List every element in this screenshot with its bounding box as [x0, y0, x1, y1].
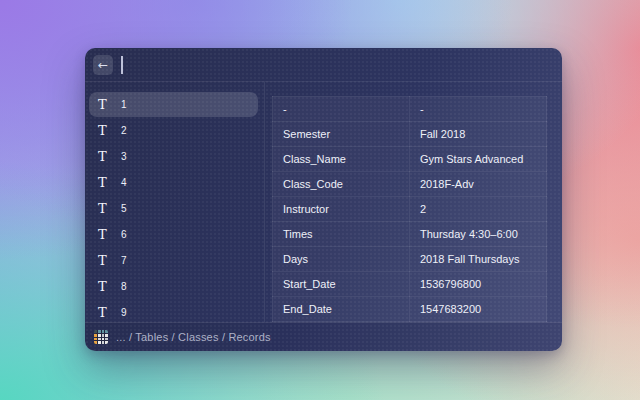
- table-row: Times Thursday 4:30–6:00: [273, 222, 547, 247]
- field-name-cell[interactable]: -: [273, 97, 410, 122]
- table-row: Days 2018 Fall Thursdays: [273, 247, 547, 272]
- record-table-body: - - Semester Fall 2018 Class_Name Gym St…: [273, 97, 547, 322]
- field-name-cell[interactable]: Instructor: [273, 197, 410, 222]
- field-name-cell[interactable]: Times: [273, 222, 410, 247]
- desktop-background: { "colors": { "window_bg_top": "#282d50"…: [0, 0, 640, 400]
- field-value-cell[interactable]: -: [410, 97, 547, 122]
- table-row: Start_Date 1536796800: [273, 272, 547, 297]
- field-value-cell[interactable]: Thursday 4:30–6:00: [410, 222, 547, 247]
- text-type-icon: T: [98, 306, 114, 319]
- app-grid-icon[interactable]: [94, 330, 108, 344]
- record-table: - - Semester Fall 2018 Class_Name Gym St…: [272, 96, 547, 322]
- window-topbar: ←: [85, 48, 562, 82]
- text-type-icon: T: [98, 254, 114, 267]
- sidebar-item-record[interactable]: T 4: [89, 170, 258, 195]
- field-value-cell[interactable]: 2018 Fall Thursdays: [410, 247, 547, 272]
- sidebar-item-label: 8: [121, 281, 127, 292]
- sidebar-item-record[interactable]: T 3: [89, 144, 258, 169]
- window-body: T 1 T 2 T 3 T 4 T 5 T 6 T 7 T 8 T 9 - - …: [85, 82, 562, 322]
- field-name-cell[interactable]: Days: [273, 247, 410, 272]
- field-name-cell[interactable]: End_Date: [273, 297, 410, 322]
- text-cursor: [121, 56, 123, 74]
- field-value-cell[interactable]: Fall 2018: [410, 122, 547, 147]
- field-name-cell[interactable]: Start_Date: [273, 272, 410, 297]
- breadcrumb[interactable]: ... / Tables / Classes / Records: [116, 331, 271, 343]
- text-type-icon: T: [98, 202, 114, 215]
- table-row: - -: [273, 97, 547, 122]
- text-type-icon: T: [98, 150, 114, 163]
- back-button[interactable]: ←: [93, 55, 113, 75]
- field-name-cell[interactable]: Semester: [273, 122, 410, 147]
- window-statusbar: ... / Tables / Classes / Records: [85, 322, 562, 351]
- sidebar-list: T 1 T 2 T 3 T 4 T 5 T 6 T 7 T 8 T 9: [89, 92, 258, 325]
- sidebar-item-label: 7: [121, 255, 127, 266]
- sidebar-item-label: 5: [121, 203, 127, 214]
- sidebar-item-record[interactable]: T 1: [89, 92, 258, 117]
- field-value-cell[interactable]: Gym Stars Advanced: [410, 147, 547, 172]
- text-type-icon: T: [98, 280, 114, 293]
- table-row: Class_Code 2018F-Adv: [273, 172, 547, 197]
- field-value-cell[interactable]: 2: [410, 197, 547, 222]
- field-value-cell[interactable]: 1547683200: [410, 297, 547, 322]
- app-window: ← T 1 T 2 T 3 T 4 T 5 T 6 T 7 T 8 T 9: [85, 48, 562, 351]
- sidebar-item-record[interactable]: T 2: [89, 118, 258, 143]
- field-value-cell[interactable]: 1536796800: [410, 272, 547, 297]
- sidebar-item-record[interactable]: T 5: [89, 196, 258, 221]
- table-row: Semester Fall 2018: [273, 122, 547, 147]
- field-value-cell[interactable]: 2018F-Adv: [410, 172, 547, 197]
- text-type-icon: T: [98, 124, 114, 137]
- sidebar-item-label: 4: [121, 177, 127, 188]
- sidebar-item-record[interactable]: T 8: [89, 274, 258, 299]
- table-row: Class_Name Gym Stars Advanced: [273, 147, 547, 172]
- sidebar-item-label: 1: [121, 99, 127, 110]
- sidebar-item-record[interactable]: T 6: [89, 222, 258, 247]
- field-name-cell[interactable]: Class_Name: [273, 147, 410, 172]
- field-name-cell[interactable]: Class_Code: [273, 172, 410, 197]
- table-row: Instructor 2: [273, 197, 547, 222]
- record-detail-panel: - - Semester Fall 2018 Class_Name Gym St…: [265, 82, 562, 322]
- sidebar-item-label: 3: [121, 151, 127, 162]
- table-row: End_Date 1547683200: [273, 297, 547, 322]
- text-type-icon: T: [98, 176, 114, 189]
- sidebar-item-label: 9: [121, 307, 127, 318]
- sidebar-item-record[interactable]: T 7: [89, 248, 258, 273]
- records-sidebar: T 1 T 2 T 3 T 4 T 5 T 6 T 7 T 8 T 9: [85, 82, 265, 322]
- title-input[interactable]: [121, 53, 562, 77]
- sidebar-item-label: 6: [121, 229, 127, 240]
- text-type-icon: T: [98, 98, 114, 111]
- text-type-icon: T: [98, 228, 114, 241]
- sidebar-item-label: 2: [121, 125, 127, 136]
